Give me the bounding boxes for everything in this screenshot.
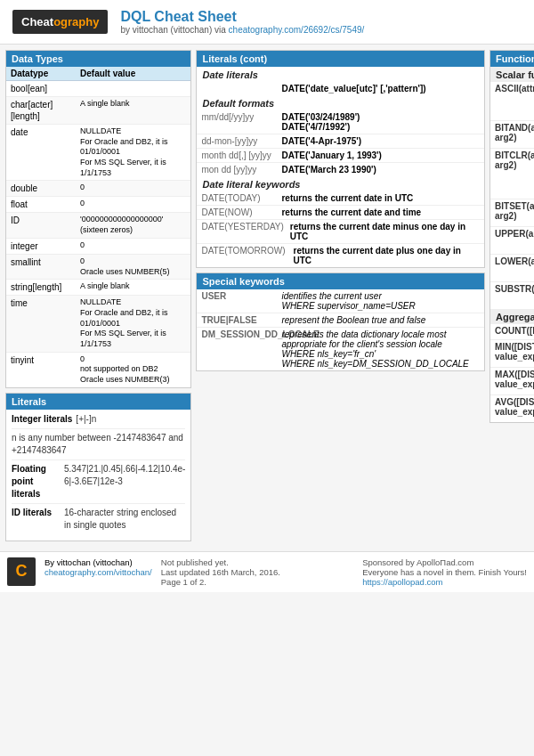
table-row: integer0 bbox=[6, 238, 190, 254]
dl-example: returns the current date and time bbox=[277, 206, 425, 219]
aggregate-functions-body: COUNT([DISTINCT] name(*))counts valuesMI… bbox=[490, 324, 534, 422]
date-lits-group: mm/dd[/yy]yyDATE('03/24/1989') DATE('4/7… bbox=[197, 110, 484, 176]
list-item: UPPER(arg)returns the uppercase of that … bbox=[490, 227, 534, 255]
default-col-header: Default value bbox=[76, 67, 190, 81]
lit-label: Floating point literals bbox=[12, 463, 61, 500]
datatype-cell: time bbox=[6, 296, 76, 352]
list-item: LOWER(arg)returns the lowercase of that … bbox=[490, 255, 534, 282]
dl-format: mm/dd[/yy]yy bbox=[197, 110, 277, 134]
dl-format: DATE(TOMORROW) bbox=[197, 244, 288, 267]
footer-logo-letter: C bbox=[16, 562, 28, 581]
footer-center: Not published yet. Last updated 16th Mar… bbox=[161, 557, 353, 587]
list-item: ID literals16-character string enclosed … bbox=[12, 507, 185, 534]
footer-author-link[interactable]: cheatography.com/vittochan/ bbox=[44, 567, 152, 577]
special-keywords-section: Special keywords USERidentifies the curr… bbox=[196, 272, 485, 371]
literals-cont-body: Date literalsDATE('date_value[utc]' [,'p… bbox=[197, 67, 484, 267]
lit-label: ID literals bbox=[12, 507, 61, 532]
datatype-cell: tinyint bbox=[6, 352, 76, 387]
footer-page: Page 1 of 2. bbox=[161, 577, 353, 587]
table-row: dateNULLDATE For Oracle and DB2, it is 0… bbox=[6, 125, 190, 181]
func-name: MAX([DISTINCT] value_expression) bbox=[495, 370, 534, 393]
list-item: DATE(TODAY)returns the current date in U… bbox=[197, 191, 484, 206]
lit-value: n is any number between -2147483647 and … bbox=[12, 432, 185, 457]
list-item: SUBSTR(string_value,start[,length])retur… bbox=[490, 282, 534, 309]
footer-last-updated: Last updated 16th March, 2016. bbox=[161, 567, 353, 577]
list-item: Integer literals[+|-]n bbox=[12, 413, 185, 429]
keyword-name: TRUE|FALSE bbox=[197, 313, 277, 327]
scalar-functions-subheader: Scalar functions bbox=[490, 67, 534, 82]
special-keywords-header: Special keywords bbox=[197, 273, 484, 289]
default-value-cell: A single blank bbox=[76, 280, 190, 296]
list-item: AVG([DISTINCT] value_expression)returns … bbox=[490, 395, 534, 422]
dl-format: DATE(YESTERDAY) bbox=[197, 220, 285, 243]
byline: by vittochan (vittochan) via cheatograph… bbox=[120, 25, 364, 35]
func-name: ASCII(attr) bbox=[495, 84, 534, 118]
scalar-functions-body: ASCII(attr)returns the ASCII code value … bbox=[490, 82, 534, 309]
dl-example: DATE('January 1, 1993') bbox=[277, 149, 385, 162]
default-value-cell: 0 not supported on DB2 Oracle uses NUMBE… bbox=[76, 352, 190, 387]
datatype-cell: string[length] bbox=[6, 280, 76, 296]
list-item: DATE(NOW)returns the current date and ti… bbox=[197, 206, 484, 220]
dl-format: month dd[,] [yy]yy bbox=[197, 149, 277, 162]
lit-value: 16-character string enclosed in single q… bbox=[64, 507, 185, 532]
func-name: LOWER(arg) bbox=[495, 256, 534, 280]
data-types-section: Data Types Datatype Default value bool[e… bbox=[5, 50, 191, 388]
table-row: string[length]A single blank bbox=[6, 280, 190, 296]
func-name: MIN([DISTINCT] value_expression) bbox=[495, 342, 534, 365]
datatype-cell: ID bbox=[6, 213, 76, 238]
func-name: BITAND(arg1, arg2) bbox=[495, 123, 534, 146]
list-item: MIN([DISTINCT] value_expression)returns … bbox=[490, 340, 534, 368]
footer-sponsor-desc: Everyone has a novel in them. Finish You… bbox=[362, 567, 527, 577]
lit-label: Integer literals bbox=[12, 413, 72, 426]
data-types-header: Data Types bbox=[6, 51, 190, 67]
aggregate-functions-subheader: Aggregate functions bbox=[490, 309, 534, 324]
literals-body: Integer literals[+|-]nn is any number be… bbox=[6, 410, 190, 541]
list-item: USERidentifies the current user WHERE su… bbox=[197, 289, 484, 313]
footer-logo: C bbox=[7, 557, 36, 586]
list-item: mon dd [yy]yyDATE('March 23 1990') bbox=[197, 163, 484, 176]
list-item: ASCII(attr)returns the ASCII code value … bbox=[490, 82, 534, 121]
subsection-header: Date literals bbox=[197, 67, 484, 82]
footer-author-name: By vittochan (vittochan) bbox=[44, 557, 152, 567]
table-row: bool[ean] bbox=[6, 81, 190, 97]
date-lits-group: DATE(TODAY)returns the current date in U… bbox=[197, 191, 484, 267]
datatype-cell: date bbox=[6, 125, 76, 181]
functions-section: Functions Scalar functions ASCII(attr)re… bbox=[490, 50, 534, 423]
dl-example: returns the current date plus one day in… bbox=[289, 244, 485, 267]
list-item: BITCLR(arg1, arg2)sets the bit in the re… bbox=[490, 149, 534, 199]
dl-example: DATE('date_value[utc]' [,'pattern']) bbox=[277, 82, 430, 95]
cheatography-link[interactable]: cheatography.com/26692/cs/7549/ bbox=[229, 25, 365, 35]
logo: Cheatography bbox=[12, 10, 108, 34]
default-value-cell bbox=[76, 81, 190, 97]
default-value-cell: '000000000000000000' (sixteen zeros) bbox=[76, 213, 190, 238]
keyword-desc: represents the data dictionary locale mo… bbox=[277, 328, 484, 370]
list-item: DATE('date_value[utc]' [,'pattern']) bbox=[197, 82, 484, 95]
header: Cheatography DQL Cheat Sheet by vittocha… bbox=[0, 0, 534, 45]
functions-header: Functions bbox=[490, 51, 534, 67]
list-item: COUNT([DISTINCT] name(*))counts values bbox=[490, 324, 534, 340]
footer-sponsor-link[interactable]: https://apollopad.com bbox=[362, 577, 442, 587]
list-item: BITAND(arg1, arg2)ANDs the bit values of… bbox=[490, 121, 534, 149]
default-value-cell: 0 bbox=[76, 197, 190, 213]
list-item: Floating point literals5.347|21.|0.45|.6… bbox=[12, 463, 185, 504]
default-value-cell: 0 bbox=[76, 238, 190, 254]
list-item: DM_SESSION_DD_LOCALErepresents the data … bbox=[197, 328, 484, 370]
dl-example: returns the current date minus one day i… bbox=[286, 220, 484, 243]
literals-cont-section: Literals (cont) Date literalsDATE('date_… bbox=[196, 50, 485, 268]
literals-header: Literals bbox=[6, 394, 190, 410]
func-name: SUBSTR(string_value,start[,length]) bbox=[495, 284, 534, 307]
dl-format bbox=[197, 82, 277, 95]
default-value-cell: A single blank bbox=[76, 97, 190, 125]
footer-note: Not published yet. bbox=[161, 557, 353, 567]
list-item: DATE(TOMORROW)returns the current date p… bbox=[197, 244, 484, 267]
func-name: BITCLR(arg1, arg2) bbox=[495, 150, 534, 197]
datatype-cell: char[acter] [length] bbox=[6, 97, 76, 125]
special-keywords-body: USERidentifies the current user WHERE su… bbox=[197, 289, 484, 370]
list-item: month dd[,] [yy]yyDATE('January 1, 1993'… bbox=[197, 149, 484, 163]
datatype-cell: float bbox=[6, 197, 76, 213]
dl-example: DATE('4-Apr-1975') bbox=[277, 134, 366, 148]
keyword-name: DM_SESSION_DD_LOCALE bbox=[197, 328, 277, 370]
dl-example: DATE('03/24/1989') DATE('4/7/1992') bbox=[277, 110, 364, 134]
func-name: COUNT([DISTINCT] name(*)) bbox=[495, 326, 534, 337]
list-item: MAX([DISTINCT] value_expression)returns … bbox=[490, 368, 534, 395]
